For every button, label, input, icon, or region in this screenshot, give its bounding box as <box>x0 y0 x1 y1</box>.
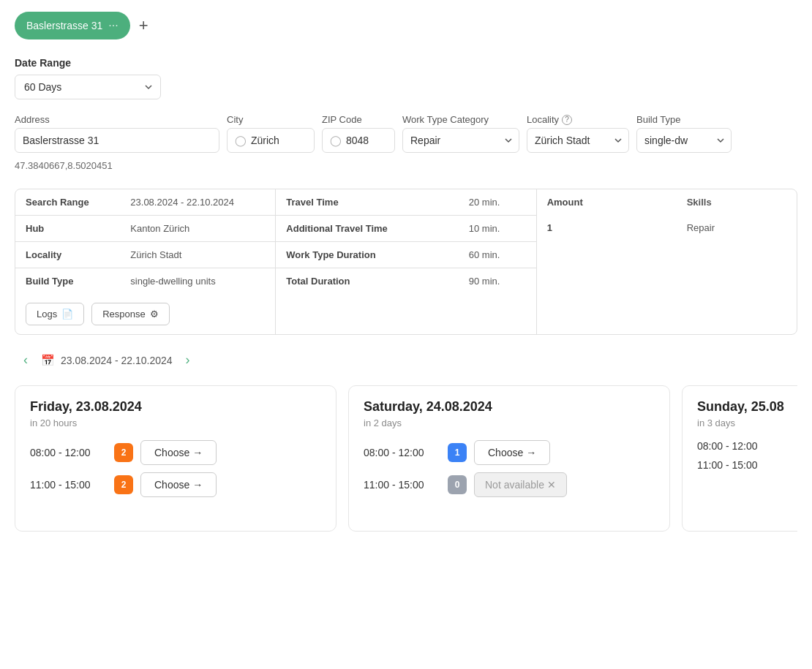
work-type-group: Work Type Category Repair <box>402 114 519 153</box>
person-icon: ◯ <box>235 135 247 146</box>
locality-label: Locality ? <box>527 114 629 125</box>
day-card-title: Friday, 23.08.2024 <box>30 399 321 415</box>
table-row: Additional Travel Time10 min. <box>276 216 535 242</box>
address-section: Address City ◯ ZIP Code ◯ W <box>15 114 797 171</box>
table-row: 1Repair <box>537 215 797 241</box>
zip-input-wrapper: ◯ <box>322 128 395 153</box>
info-table-2: Travel Time20 min.Additional Travel Time… <box>276 189 535 294</box>
date-range-select[interactable]: 60 Days 30 Days 90 Days <box>15 75 161 99</box>
time-label: 08:00 - 12:00 <box>697 440 774 452</box>
day-card-title: Sunday, 25.08 <box>697 399 797 415</box>
prev-date-button[interactable]: ‹ <box>18 349 34 371</box>
choose-button[interactable]: Choose → <box>140 440 217 465</box>
row-key: Hub <box>15 216 120 242</box>
location-pill[interactable]: Baslerstrasse 31 ··· <box>15 12 130 39</box>
row-value: 90 min. <box>459 268 536 295</box>
day-card-sub: in 20 hours <box>30 417 321 428</box>
row-value: 23.08.2024 - 22.10.2024 <box>120 189 275 216</box>
table-row: Build Typesingle-dwelling units <box>15 268 275 295</box>
btn-row: Logs 📄 Response ⚙ <box>15 294 275 334</box>
choose-button[interactable]: Choose → <box>140 472 217 497</box>
day-card: Friday, 23.08.2024 in 20 hours 08:00 - 1… <box>15 385 337 532</box>
add-button[interactable]: + <box>139 18 149 34</box>
next-date-button[interactable]: › <box>180 349 196 371</box>
logs-icon: 📄 <box>61 309 73 320</box>
info-col-2: Travel Time20 min.Additional Travel Time… <box>276 189 536 334</box>
time-label: 11:00 - 15:00 <box>30 479 107 491</box>
locality-group: Locality ? Zürich Stadt <box>527 114 629 153</box>
amount-header: Amount <box>537 189 677 215</box>
logs-button[interactable]: Logs 📄 <box>26 303 84 325</box>
slot-badge: 2 <box>114 443 133 462</box>
skill-cell: Repair <box>677 215 797 241</box>
city-group: City ◯ <box>227 114 315 153</box>
slot-badge: 1 <box>448 443 467 462</box>
date-range-display: 23.08.2024 - 22.10.2024 <box>61 355 173 366</box>
city-input-wrapper: ◯ <box>227 128 315 153</box>
table-row: Work Type Duration60 min. <box>276 242 535 268</box>
response-icon: ⚙ <box>150 309 159 320</box>
time-slot-row: 08:00 - 12:00 1 Choose → <box>364 440 655 465</box>
coordinates: 47.3840667,8.5020451 <box>15 160 797 171</box>
zip-group: ZIP Code ◯ <box>322 114 395 153</box>
time-slot-row: 11:00 - 15:00 <box>697 459 797 471</box>
time-slot-row: 11:00 - 15:00 0 Not available ✕ <box>364 472 655 497</box>
info-table-3: Amount Skills 1Repair <box>537 189 797 241</box>
date-range-section: Date Range 60 Days 30 Days 90 Days <box>15 57 797 99</box>
location-icon: ◯ <box>330 135 342 146</box>
info-col-1: Search Range23.08.2024 - 22.10.2024HubKa… <box>15 189 276 334</box>
table-row: LocalityZürich Stadt <box>15 242 275 268</box>
day-card-title: Saturday, 24.08.2024 <box>364 399 655 415</box>
locality-help-icon[interactable]: ? <box>562 115 572 125</box>
time-slot-row: 08:00 - 12:00 <box>697 440 797 452</box>
locality-select[interactable]: Zürich Stadt <box>527 128 629 153</box>
time-slot-row: 11:00 - 15:00 2 Choose → <box>30 472 321 497</box>
build-type-select[interactable]: single-dw <box>636 128 732 153</box>
main-content: Date Range 60 Days 30 Days 90 Days Addre… <box>0 57 812 532</box>
dots-icon: ··· <box>108 19 118 32</box>
location-label: Baslerstrasse 31 <box>26 20 102 31</box>
choose-button[interactable]: Choose → <box>474 440 550 465</box>
day-card: Sunday, 25.08 in 3 days 08:00 - 12:00 11… <box>682 385 797 532</box>
day-card: Saturday, 24.08.2024 in 2 days 08:00 - 1… <box>348 385 670 532</box>
not-available-indicator: Not available ✕ <box>474 472 567 497</box>
row-key: Locality <box>15 242 120 268</box>
date-nav-label: 📅 23.08.2024 - 22.10.2024 <box>41 354 173 367</box>
table-row: Travel Time20 min. <box>276 189 535 216</box>
row-key: Search Range <box>15 189 120 216</box>
date-range-label: Date Range <box>15 57 797 69</box>
top-bar: Baslerstrasse 31 ··· + <box>0 0 812 51</box>
address-input[interactable] <box>23 135 211 146</box>
build-type-group: Build Type single-dw <box>636 114 732 153</box>
calendar-icon: 📅 <box>41 354 55 367</box>
info-grid: Search Range23.08.2024 - 22.10.2024HubKa… <box>15 189 797 335</box>
row-key: Additional Travel Time <box>276 216 458 242</box>
address-input-wrapper <box>15 128 219 153</box>
day-card-sub: in 2 days <box>364 417 655 428</box>
build-type-label: Build Type <box>636 114 732 125</box>
time-label: 11:00 - 15:00 <box>697 459 774 471</box>
work-type-label: Work Type Category <box>402 114 519 125</box>
row-value: 20 min. <box>459 189 536 216</box>
zip-label: ZIP Code <box>322 114 395 125</box>
city-input[interactable] <box>251 135 307 146</box>
row-value: 60 min. <box>459 242 536 268</box>
row-value: Zürich Stadt <box>120 242 275 268</box>
work-type-select[interactable]: Repair <box>402 128 519 153</box>
logs-label: Logs <box>37 309 57 320</box>
table-row: HubKanton Zürich <box>15 216 275 242</box>
info-table-1: Search Range23.08.2024 - 22.10.2024HubKa… <box>15 189 275 294</box>
table-row: Total Duration90 min. <box>276 268 535 295</box>
address-group: Address <box>15 114 219 153</box>
row-key: Build Type <box>15 268 120 295</box>
row-key: Total Duration <box>276 268 458 295</box>
day-cards: Friday, 23.08.2024 in 20 hours 08:00 - 1… <box>15 385 797 532</box>
amount-cell: 1 <box>537 215 677 241</box>
zip-input[interactable] <box>346 135 387 146</box>
response-button[interactable]: Response ⚙ <box>91 303 170 325</box>
slot-badge: 0 <box>448 475 467 494</box>
slot-badge: 2 <box>114 475 133 494</box>
info-col-3: Amount Skills 1Repair <box>537 189 797 334</box>
row-key: Work Type Duration <box>276 242 458 268</box>
fields-row: Address City ◯ ZIP Code ◯ W <box>15 114 797 153</box>
